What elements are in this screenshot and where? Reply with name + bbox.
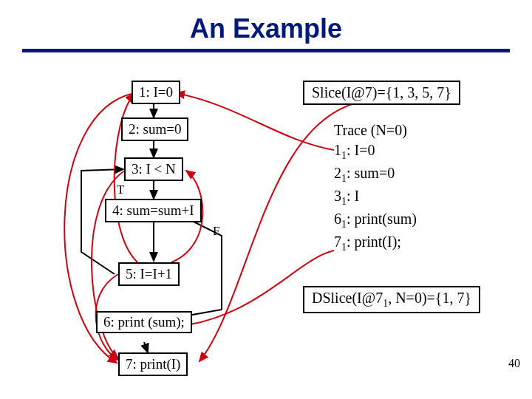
node-2: 2: sum=0 [121, 117, 188, 141]
trace-line-1: 21: sum=0 [334, 163, 417, 186]
dslice-box: DSlice(I@71, N=0)={1, 7} [303, 286, 480, 313]
trace-line-3: 61: print(sum) [334, 209, 417, 232]
label-false: F [213, 224, 219, 239]
page-number: 40 [508, 357, 520, 370]
diagram-area: 1: I=0 2: sum=0 3: I < N T 4: sum=sum+I … [0, 52, 532, 378]
trace-header: Trace (N=0) [334, 120, 417, 140]
slide-title: An Example [0, 0, 532, 49]
node-7: 7: print(I) [118, 352, 188, 376]
trace-line-0: 11: I=0 [334, 140, 417, 163]
slice-box: Slice(I@7)={1, 3, 5, 7} [303, 81, 460, 105]
label-true: T [117, 183, 124, 197]
node-6: 6: print (sum); [96, 311, 192, 333]
node-3: 3: I < N [124, 157, 183, 181]
trace-line-4: 71: print(I); [334, 232, 417, 255]
svg-line-5 [144, 342, 148, 352]
trace-line-2: 31: I [334, 186, 417, 209]
node-5: 5: I=I+1 [118, 262, 180, 286]
node-1: 1: I=0 [132, 81, 180, 104]
trace-block: Trace (N=0) 11: I=0 21: sum=0 31: I 61: … [334, 120, 417, 254]
node-4: 4: sum=sum+I [105, 199, 202, 222]
